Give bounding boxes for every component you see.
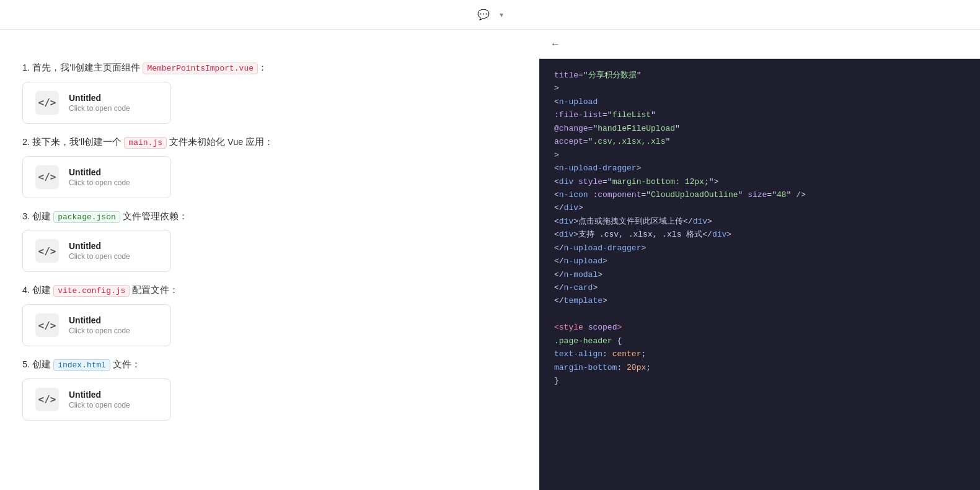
code-block-sub: Click to open code	[69, 104, 130, 113]
code-line: <n-upload-dragger>	[554, 162, 965, 175]
back-button[interactable]: ←	[550, 38, 560, 50]
code-block-info-1: UntitledClick to open code	[69, 93, 130, 113]
steps-container: 1. 首先，我'll创建主页面组件 MemberPointsImport.vue…	[22, 61, 517, 421]
step-4: 4. 创建 vite.config.js 配置文件：</>UntitledCli…	[22, 283, 517, 346]
step-2-label: 2. 接下来，我'll创建一个 main.js 文件来初始化 Vue 应用：	[22, 135, 517, 150]
code-icon: </>	[35, 313, 59, 337]
step-5-label: 5. 创建 index.html 文件：	[22, 357, 517, 372]
step-2: 2. 接下来，我'll创建一个 main.js 文件来初始化 Vue 应用：</…	[22, 135, 517, 198]
code-block-info-5: UntitledClick to open code	[69, 390, 130, 409]
code-line: </template>	[554, 294, 965, 307]
step-3-label: 3. 创建 package.json 文件管理依赖：	[22, 209, 517, 224]
code-block-card-4[interactable]: </>UntitledClick to open code	[22, 304, 171, 346]
code-line: </n-upload-dragger>	[554, 242, 965, 255]
code-line: .page-header {	[554, 335, 965, 348]
code-panel-header: ←	[539, 30, 980, 59]
code-block-sub: Click to open code	[69, 252, 130, 261]
code-line: </n-upload>	[554, 255, 965, 268]
code-block-sub: Click to open code	[69, 178, 130, 187]
code-area[interactable]: title="分享积分数据" > <n-upload :file-list="f…	[539, 59, 980, 490]
code-block-card-5[interactable]: </>UntitledClick to open code	[22, 378, 171, 421]
left-panel: 1. 首先，我'll创建主页面组件 MemberPointsImport.vue…	[0, 30, 539, 490]
code-block-title: Untitled	[69, 315, 130, 325]
main-container: 1. 首先，我'll创建主页面组件 MemberPointsImport.vue…	[0, 30, 980, 490]
chat-icon: 💬	[477, 9, 490, 20]
code-icon: </>	[35, 91, 59, 115]
right-panel: ← title="分享积分数据" > <n-upload :file-list=…	[539, 30, 980, 490]
step-5: 5. 创建 index.html 文件：</>UntitledClick to …	[22, 357, 517, 421]
code-block-info-4: UntitledClick to open code	[69, 315, 130, 335]
code-line: <style scoped>	[554, 321, 965, 334]
code-block-info-2: UntitledClick to open code	[69, 167, 130, 187]
step-3: 3. 创建 package.json 文件管理依赖：</>UntitledCli…	[22, 209, 517, 273]
code-line: >	[554, 149, 965, 162]
code-line: text-align: center;	[554, 348, 965, 361]
code-line: margin-bottom: 20px;	[554, 361, 965, 374]
step-1: 1. 首先，我'll创建主页面组件 MemberPointsImport.vue…	[22, 61, 517, 124]
code-block-title: Untitled	[69, 241, 130, 251]
code-block-title: Untitled	[69, 390, 130, 400]
code-line: </n-modal>	[554, 268, 965, 281]
code-line	[554, 308, 965, 321]
code-block-sub: Click to open code	[69, 401, 130, 409]
code-line: </div>	[554, 201, 965, 214]
code-icon: </>	[35, 165, 59, 189]
code-icon: </>	[35, 388, 59, 411]
code-block-card-1[interactable]: </>UntitledClick to open code	[22, 82, 171, 124]
code-line: </n-card>	[554, 281, 965, 294]
code-block-card-3[interactable]: </>UntitledClick to open code	[22, 230, 171, 272]
step-4-label: 4. 创建 vite.config.js 配置文件：	[22, 283, 517, 298]
code-block-title: Untitled	[69, 167, 130, 177]
code-block-sub: Click to open code	[69, 326, 130, 335]
code-line: :file-list="fileList"	[554, 108, 965, 121]
code-line: >	[554, 82, 965, 95]
code-line: <n-icon :component="CloudUploadOutline" …	[554, 188, 965, 201]
code-block-card-2[interactable]: </>UntitledClick to open code	[22, 156, 171, 198]
app-header: 💬 ▾	[0, 0, 980, 30]
code-line: <div>支持 .csv, .xlsx, .xls 格式</div>	[554, 228, 965, 241]
step-1-label: 1. 首先，我'll创建主页面组件 MemberPointsImport.vue…	[22, 61, 517, 76]
code-line: <n-upload	[554, 95, 965, 108]
code-line: <div style="margin-bottom: 12px;">	[554, 175, 965, 188]
code-line: }	[554, 374, 965, 387]
code-icon: </>	[35, 239, 59, 263]
chevron-down-icon[interactable]: ▾	[500, 11, 503, 19]
code-line: title="分享积分数据"	[554, 69, 965, 82]
code-line: @change="handleFileUpload"	[554, 122, 965, 135]
code-block-info-3: UntitledClick to open code	[69, 241, 130, 261]
code-line: accept=".csv,.xlsx,.xls"	[554, 135, 965, 148]
code-line: <div>点击或拖拽文件到此区域上传</div>	[554, 215, 965, 228]
code-block-title: Untitled	[69, 93, 130, 103]
